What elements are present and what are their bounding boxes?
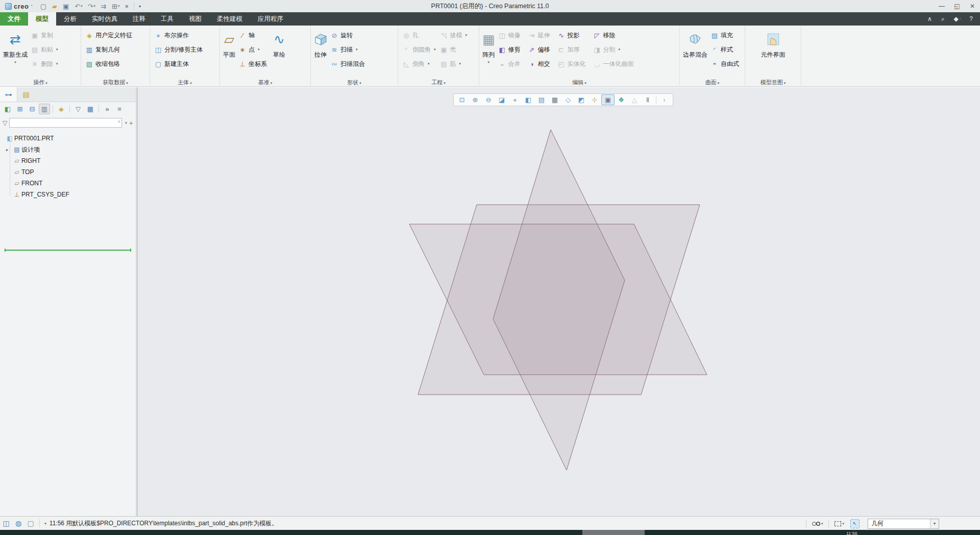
ribbon-button[interactable]: ▣ 复制 <box>30 28 59 42</box>
section-icon[interactable]: ◩ <box>575 96 588 104</box>
ribbon-tab[interactable]: 文件 <box>0 12 28 26</box>
command-search-icon[interactable]: ⌕ <box>937 15 950 22</box>
component-interface-button[interactable]: 元件界面 <box>761 28 786 59</box>
restore-button[interactable]: ◱ <box>949 0 965 12</box>
ribbon-button[interactable]: ◹ 拔模 ▾ <box>439 28 469 42</box>
ribbon-button[interactable]: ∾ 扫描混合 <box>329 57 369 71</box>
toolbar-sep[interactable] <box>69 105 70 113</box>
selection-filter-combobox[interactable]: 几何 ▾ <box>868 519 939 529</box>
saved-orientations-icon[interactable]: ▤ <box>535 96 548 104</box>
ribbon-button[interactable]: ⇗ 偏移 <box>527 42 554 57</box>
ribbon-button[interactable]: ▤ 粘贴 ▾ <box>30 42 59 57</box>
notifications-icon[interactable]: ▢ <box>24 519 37 527</box>
tree-tables-icon[interactable]: ▦ <box>85 105 96 113</box>
group-label[interactable]: 主体▾ <box>150 79 219 86</box>
toolbar-sep[interactable] <box>656 96 656 104</box>
ribbon-tab[interactable]: 工具 <box>153 12 181 26</box>
pattern-button[interactable]: ▦ 阵列 ▾ <box>482 28 495 64</box>
group-label[interactable]: 工程▾ <box>398 79 479 86</box>
perspective-icon[interactable]: ◇ <box>561 96 575 104</box>
quick-access-button[interactable]: × <box>122 0 132 12</box>
regenerate-button[interactable]: ⇄ 重新生成 ▾ <box>3 28 28 64</box>
group-label[interactable]: 操作▾ <box>0 79 81 86</box>
quick-access-button[interactable] <box>134 3 134 10</box>
ribbon-button[interactable]: ◎ 孔 <box>401 28 437 42</box>
group-label[interactable]: 曲面▾ <box>680 79 745 86</box>
quick-access-button[interactable]: ▢ <box>38 0 50 12</box>
ribbon-button[interactable]: ▢ 新建主体 <box>153 57 207 71</box>
quick-access-button[interactable]: ⇉ <box>98 0 109 12</box>
ribbon-tab[interactable]: 视图 <box>181 12 209 26</box>
group-label[interactable]: 基准▾ <box>220 79 310 86</box>
ribbon-button[interactable]: ◨ 分割 ▾ <box>592 42 638 57</box>
tree-panel-tab[interactable]: ▤ <box>17 87 35 102</box>
tree-filter-icon[interactable]: ▽ <box>72 105 84 113</box>
ribbon-button[interactable]: ≋ 扫描 ▾ <box>329 42 369 57</box>
ribbon-button[interactable]: ◰ 实体化 <box>556 57 590 71</box>
chevron-down-icon[interactable]: ▾ <box>930 519 939 528</box>
hide-tree-icon[interactable]: ◫ <box>0 519 12 527</box>
quick-access-button[interactable]: ⊞ ▾ <box>109 0 122 12</box>
tree-item[interactable]: ▱ FRONT <box>0 178 136 189</box>
ribbon-button[interactable]: ◜ 样式 <box>709 42 743 57</box>
learning-center-icon[interactable]: ◆ ▾ <box>950 15 966 22</box>
ribbon-tab[interactable]: 注释 <box>125 12 153 26</box>
ribbon-button[interactable]: ◑ 相交 <box>527 57 554 71</box>
ribbon-button[interactable]: ◫ 分割/修剪主体 <box>153 42 207 57</box>
graphics-area[interactable]: ⊡ ⊕ ⊖ ◪ ● ◧ <box>138 87 980 516</box>
ribbon-button[interactable]: ⊥ 坐标系 <box>237 57 271 71</box>
tree-filter-input[interactable] <box>9 118 122 128</box>
ribbon-tab[interactable]: 模型 <box>28 12 56 26</box>
tree-item[interactable]: ▸ ▤ 设计项 <box>0 144 136 155</box>
group-label[interactable]: 获取数据▾ <box>81 79 150 86</box>
quick-access-button[interactable]: ▰ <box>50 0 60 12</box>
ribbon-button[interactable]: ◈ 用户定义特征 <box>84 28 136 42</box>
group-label[interactable]: 编辑▾ <box>479 79 679 86</box>
ribbon-button[interactable]: ▤ 筋 ▾ <box>439 57 469 71</box>
spin-center-icon[interactable]: ❖ <box>615 96 628 104</box>
filter-options-icon[interactable]: ▾ <box>125 121 127 125</box>
ribbon-button[interactable]: ◫ 镜像 <box>497 28 525 42</box>
collapse-all-icon[interactable]: ⊟ <box>27 105 38 113</box>
minimize-ribbon-icon[interactable]: ∧ <box>923 15 937 22</box>
help-icon[interactable]: ? <box>965 15 978 22</box>
zoom-out-icon[interactable]: ⊖ <box>482 96 495 104</box>
group-label[interactable]: 形状▾ <box>311 79 398 86</box>
minimize-button[interactable]: — <box>934 0 949 12</box>
refit-icon[interactable]: ⊡ <box>455 96 469 104</box>
clipping-icon[interactable]: ◗ <box>658 96 671 104</box>
datum-plane-button[interactable]: ▱ 平面 <box>223 28 235 59</box>
tree-settings-icon[interactable]: ≡ <box>114 105 125 113</box>
ribbon-button[interactable]: ◺ 倒角 ▾ <box>401 57 437 71</box>
group-label[interactable]: 模型意图▾ <box>745 79 801 86</box>
display-style-icon[interactable]: ◧ <box>522 96 535 104</box>
close-button[interactable]: ✕ <box>965 0 980 12</box>
expand-arrow-icon[interactable]: ▸ <box>6 148 12 152</box>
ribbon-button[interactable]: ⇥ 延伸 <box>527 28 554 42</box>
quick-access-button[interactable]: ▣ <box>60 0 72 12</box>
ribbon-button[interactable]: ● 布尔操作 <box>153 28 207 42</box>
tree-item[interactable]: ▱ RIGHT <box>0 155 136 166</box>
quick-access-button[interactable]: ▾ <box>136 0 144 12</box>
toolbar-sep[interactable] <box>99 105 99 113</box>
ribbon-button[interactable]: ▨ 填充 <box>709 28 743 42</box>
repaint-icon[interactable]: ◪ <box>495 96 508 104</box>
quick-access-button[interactable]: ↷ ▾ <box>85 0 98 12</box>
box-select-button[interactable]: ▾ <box>831 517 847 530</box>
pause-icon[interactable]: Ⅱ <box>641 96 654 104</box>
tree-item[interactable]: ▱ TOP <box>0 166 136 178</box>
tree-item[interactable]: ⊥ PRT_CSYS_DEF <box>0 189 136 200</box>
ribbon-button[interactable]: ⊏ 加厚 <box>556 42 590 57</box>
ribbon-tab[interactable]: 柔性建模 <box>209 12 250 26</box>
sketch-button[interactable]: ∿ 草绘 <box>273 28 285 59</box>
boundary-blend-button[interactable]: 边界混合 <box>683 28 707 59</box>
ribbon-button[interactable]: ◡ 一体化曲面 <box>592 57 638 71</box>
view-manager-icon[interactable]: ▦ <box>548 96 561 104</box>
ribbon-button[interactable]: ◧ 修剪 <box>497 42 525 57</box>
web-browser-icon[interactable]: ◍ <box>12 519 24 527</box>
ribbon-button[interactable]: ∿ 投影 <box>556 28 590 42</box>
select-items-button[interactable]: ↖ <box>847 517 863 530</box>
overflow-icon[interactable]: » <box>102 105 113 113</box>
ribbon-button[interactable]: ◒ 合并 <box>497 57 525 71</box>
ribbon-button[interactable]: ▣ 壳 <box>439 42 469 57</box>
